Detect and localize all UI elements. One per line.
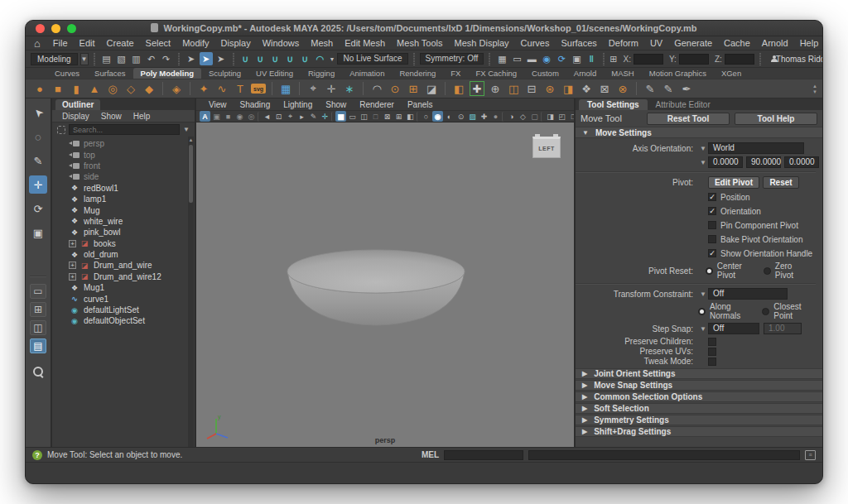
target-weld-icon[interactable]: ⊕ — [488, 81, 503, 96]
menu-item[interactable]: Windows — [257, 37, 306, 49]
outliner-item[interactable]: + lamp1 — [52, 194, 195, 204]
step-snap-dropdown-arrow[interactable]: ▼ — [698, 325, 708, 333]
scale-tool[interactable]: ▣ — [29, 223, 47, 242]
snap-projected-center-icon[interactable]: ∪ — [284, 52, 297, 65]
viewport-menu-item[interactable]: Lighting — [277, 100, 318, 109]
paint-select-tool[interactable]: ✎ — [29, 151, 47, 170]
outliner-item[interactable]: + redBowl1 — [52, 183, 195, 194]
platonic-solid-icon[interactable]: ◈ — [169, 81, 184, 96]
menu-item[interactable]: Create — [101, 37, 140, 49]
snap-dropdown-arrow[interactable]: ▼ — [330, 52, 335, 65]
viewport-toolbar-icon[interactable]: ✚ — [479, 111, 489, 122]
radio-icon[interactable] — [764, 267, 771, 275]
poly-torus-icon[interactable]: ◎ — [105, 81, 120, 96]
reset-tool-button[interactable]: Reset Tool — [647, 113, 730, 125]
render-settings-icon[interactable]: ▦ — [495, 52, 508, 65]
outliner-menu-item[interactable]: Display — [57, 112, 94, 121]
cluster-icon[interactable]: ⊙ — [388, 81, 402, 96]
sculpt-pen-icon[interactable]: ✒ — [679, 81, 694, 96]
outliner-item[interactable]: + front — [52, 161, 195, 171]
outliner-tab[interactable]: Outliner — [55, 99, 100, 110]
menu-item[interactable]: Arnold — [756, 37, 794, 49]
scrollbar-thumb[interactable] — [189, 145, 193, 203]
shelf-tab[interactable]: Surfaces — [87, 68, 133, 79]
shelf-tab[interactable]: Animation — [342, 68, 392, 79]
new-scene-icon[interactable]: ▤ — [100, 52, 113, 65]
menu-item[interactable]: Display — [215, 37, 257, 49]
poly-sphere-icon[interactable]: ● — [32, 81, 47, 96]
right-panel-tab[interactable]: Attribute Editor — [648, 99, 719, 110]
shelf-tab[interactable]: Rigging — [301, 68, 342, 79]
outliner-scrollbar[interactable]: ▲ — [188, 137, 194, 447]
user-name[interactable]: Thomas Ridde — [776, 55, 823, 64]
outliner-item[interactable]: + Drum_and_wire12 — [52, 271, 195, 282]
viewport-toolbar-icon[interactable]: ◨ — [545, 111, 556, 122]
viewport-toolbar-icon[interactable]: □ — [370, 111, 381, 122]
viewport-toolbar-icon[interactable]: □ — [568, 111, 574, 122]
view-cube[interactable]: LEFT — [532, 134, 561, 158]
snap-view-plane-icon[interactable]: ∪ — [299, 52, 312, 65]
menu-item[interactable]: Mesh Display — [449, 37, 515, 49]
checkbox[interactable] — [708, 249, 716, 257]
viewport-menu-item[interactable]: Panels — [402, 100, 439, 109]
divider[interactable] — [162, 82, 163, 95]
rotate-value-field[interactable]: 0.0000 — [708, 156, 743, 168]
menu-item[interactable]: Cache — [718, 37, 756, 49]
modeling-toolkit-icon[interactable]: ▦ — [278, 81, 293, 96]
shelf-tab[interactable]: MASH — [604, 68, 641, 79]
divider[interactable] — [541, 112, 544, 122]
viewport-toolbar-icon[interactable]: ◇ — [518, 111, 528, 122]
divider[interactable] — [331, 112, 335, 122]
radio-option[interactable]: Along Normals — [698, 302, 740, 320]
spread-icon[interactable]: ❖ — [579, 81, 594, 96]
transform-constraint-dropdown-arrow[interactable]: ▼ — [698, 290, 708, 298]
mirror-icon[interactable]: ◫ — [506, 81, 521, 96]
shelf-tab[interactable]: FX Caching — [468, 68, 524, 79]
move-settings-header[interactable]: ▼ Move Settings — [576, 127, 822, 138]
lighting-icon[interactable]: ◑ — [506, 111, 517, 122]
poly-disc-icon[interactable]: ◆ — [142, 81, 157, 96]
bevel-icon[interactable]: ⊗ — [615, 81, 630, 96]
filter-icon[interactable] — [57, 126, 65, 134]
mel-label[interactable]: MEL — [422, 450, 439, 459]
radio-icon[interactable] — [762, 308, 769, 315]
two-pane-layout[interactable]: ◫ — [30, 320, 46, 335]
mel-command-input[interactable] — [444, 450, 523, 460]
divider[interactable] — [502, 112, 505, 122]
center-pivot-icon[interactable]: ⌖ — [306, 81, 320, 96]
outliner-item[interactable]: + defaultLightSet — [52, 305, 195, 315]
shelf-tab[interactable]: Curves — [47, 68, 87, 79]
menu-item[interactable]: Edit Mesh — [339, 37, 391, 49]
menu-item[interactable]: Mesh Tools — [391, 37, 448, 49]
outliner-item[interactable]: + white_wire — [52, 216, 195, 227]
shelf-tab[interactable]: Poly Modeling — [133, 68, 201, 79]
select-object-icon[interactable]: ➤ — [200, 52, 213, 65]
radio-option[interactable]: Zero Pivot — [764, 262, 794, 280]
render-current-frame-icon[interactable]: ◉ — [540, 52, 553, 65]
divider[interactable] — [417, 112, 420, 122]
smooth-icon[interactable]: ⊛ — [542, 81, 557, 96]
outliner-item[interactable]: + old_drum — [52, 249, 195, 260]
viewport-toolbar-icon[interactable]: ◧ — [405, 111, 416, 122]
viewport-menu-item[interactable]: Shading — [234, 100, 277, 109]
outliner-menu-item[interactable]: Help — [128, 112, 156, 121]
shelf-tab[interactable]: Motion Graphics — [642, 68, 714, 79]
open-scene-icon[interactable]: ▧ — [115, 52, 128, 65]
undo-icon[interactable]: ↶ — [145, 52, 158, 65]
radio-option[interactable]: Closest Point — [762, 302, 801, 320]
menu-set-select[interactable]: Modeling — [31, 53, 78, 65]
menu-item[interactable]: UV — [644, 37, 668, 49]
zoom-magnifier-icon[interactable] — [33, 367, 43, 377]
shelf-tab[interactable]: XGen — [714, 68, 749, 79]
z-coordinate-input[interactable] — [725, 54, 754, 65]
right-panel-tab[interactable]: Tool Settings — [579, 99, 648, 110]
soft-mod-icon[interactable]: ◠ — [369, 81, 384, 96]
viewport-toolbar-icon[interactable]: ⌖ — [285, 111, 296, 122]
expand-toggle[interactable]: + — [69, 273, 76, 281]
outliner-item[interactable]: + Mug — [52, 204, 195, 215]
viewport-toolbar-icon[interactable]: ◉ — [234, 111, 245, 122]
menu-item[interactable]: Edit — [74, 37, 101, 49]
select-hierarchy-icon[interactable]: ➤ — [185, 52, 198, 65]
shaded-mode-icon[interactable]: ◉ — [432, 111, 443, 122]
viewport-toolbar-icon[interactable]: ◫ — [359, 111, 369, 122]
